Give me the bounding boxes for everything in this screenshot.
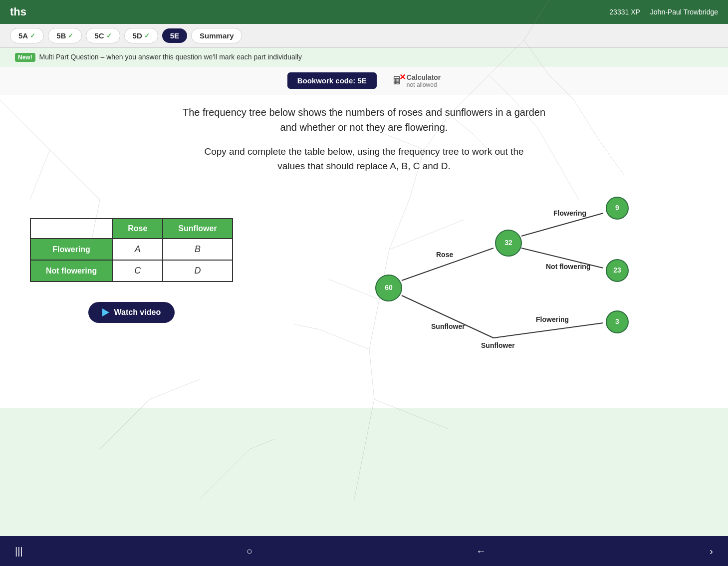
rose-flowering-label: Flowering	[553, 209, 586, 217]
sub-question-line2: values that should replace A, B, C and D…	[20, 159, 708, 174]
cell-flowering-rose: A	[112, 239, 163, 260]
calculator-icon: 🖩✕	[392, 74, 403, 87]
back-icon[interactable]: ←	[476, 546, 486, 557]
table-header-sunflower: Sunflower	[163, 219, 232, 239]
header-right: 23331 XP John-Paul Trowbridge	[609, 8, 718, 16]
calculator-x-icon: ✕	[399, 72, 406, 82]
tab-5d-label: 5D	[133, 31, 142, 40]
row-label-not-flowering: Not flowering	[30, 260, 112, 282]
tab-navigation: 5A ✓ 5B ✓ 5C ✓ 5D ✓ 5E Summary	[0, 24, 728, 48]
rose-not-flowering-label: Not flowering	[546, 263, 590, 271]
tab-5b-check: ✓	[68, 32, 73, 39]
rose-not-flowering-value: 23	[613, 266, 621, 274]
header-bar: ths 23331 XP John-Paul Trowbridge	[0, 0, 728, 24]
diagram-area: Rose Sunflower Flowering A B Not floweri…	[20, 188, 708, 398]
app-name: ths	[10, 5, 26, 18]
main-content: The frequency tree below shows the numbe…	[0, 95, 728, 408]
home-icon[interactable]: ○	[246, 546, 252, 557]
info-bar: New! Multi Part Question – when you answ…	[0, 48, 728, 66]
bookwork-code: Bookwork code: 5E	[287, 72, 377, 89]
tab-5c-check: ✓	[106, 32, 112, 39]
tab-5d[interactable]: 5D ✓	[124, 28, 158, 43]
frequency-table: Rose Sunflower Flowering A B Not floweri…	[30, 218, 233, 282]
user-name: John-Paul Trowbridge	[650, 8, 718, 16]
tab-5a-label: 5A	[18, 31, 28, 40]
tab-5e[interactable]: 5E	[162, 28, 187, 43]
sunflower-flowering-value: 3	[615, 317, 619, 325]
tab-5c[interactable]: 5C ✓	[86, 28, 120, 43]
xp-display: 23331 XP	[609, 8, 640, 16]
sunflower-branch-label: Sunflower	[431, 322, 465, 330]
calculator-label: Calculator	[407, 73, 441, 81]
bookwork-bar: Bookwork code: 5E 🖩✕ Calculator not allo…	[0, 66, 728, 95]
rose-value: 32	[504, 239, 512, 247]
tab-5b[interactable]: 5B ✓	[48, 28, 82, 43]
sunflower-flowering-label: Flowering	[536, 315, 569, 323]
table-row-flowering: Flowering A B	[30, 239, 233, 260]
tab-summary[interactable]: Summary	[191, 28, 242, 43]
question-line1: The frequency tree below shows the numbe…	[20, 105, 708, 120]
tab-5c-label: 5C	[94, 31, 104, 40]
tab-5a[interactable]: 5A ✓	[10, 28, 44, 43]
watch-video-button[interactable]: Watch video	[88, 302, 175, 323]
tab-summary-label: Summary	[200, 31, 234, 40]
table-header-empty	[30, 219, 112, 239]
sub-question-block: Copy and complete the table below, using…	[20, 145, 708, 173]
table-header-rose: Rose	[112, 219, 163, 239]
cell-flowering-sunflower: B	[163, 239, 232, 260]
watch-video-label: Watch video	[114, 308, 161, 317]
rose-branch-label: Rose	[436, 251, 453, 259]
tab-5a-check: ✓	[30, 32, 35, 39]
play-icon	[102, 308, 109, 316]
line-to-sunflower	[402, 295, 493, 338]
rose-flowering-value: 9	[615, 204, 619, 212]
menu-icon[interactable]: |||	[15, 546, 23, 557]
root-label: 60	[385, 283, 393, 291]
sub-question-line1: Copy and complete the table below, using…	[20, 145, 708, 159]
calculator-info: 🖩✕ Calculator not allowed	[392, 73, 441, 88]
cell-not-flowering-sunflower: D	[163, 260, 232, 282]
tab-5d-check: ✓	[144, 32, 150, 39]
tree-svg: 60 Rose 32 Flowering 9 Not flowering	[339, 188, 688, 388]
question-block: The frequency tree below shows the numbe…	[20, 105, 708, 135]
cell-not-flowering-rose: C	[112, 260, 163, 282]
tab-5e-label: 5E	[170, 31, 179, 40]
sunflower-end-label: Sunflower	[481, 341, 515, 349]
info-text: Multi Part Question – when you answer th…	[39, 53, 302, 61]
new-badge: New!	[15, 53, 35, 62]
row-label-flowering: Flowering	[30, 239, 112, 260]
forward-icon[interactable]: ›	[710, 546, 713, 557]
bottom-navigation: ||| ○ ← ›	[0, 536, 728, 566]
line-sunflower-flowering	[493, 323, 603, 338]
question-line2: and whether or not they are flowering.	[20, 120, 708, 135]
tab-5b-label: 5B	[56, 31, 66, 40]
table-row-not-flowering: Not flowering C D	[30, 260, 233, 282]
calculator-text: Calculator not allowed	[407, 73, 441, 88]
frequency-tree: 60 Rose 32 Flowering 9 Not flowering	[339, 188, 688, 388]
table-container: Rose Sunflower Flowering A B Not floweri…	[30, 208, 233, 323]
calculator-status: not allowed	[407, 81, 441, 88]
